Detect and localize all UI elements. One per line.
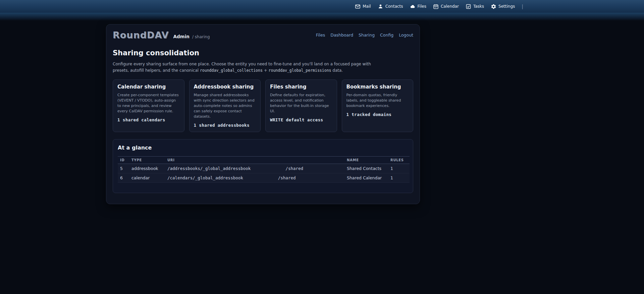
card-stat: 1 shared addressbooks [194, 123, 256, 128]
card-title: Bookmarks sharing [346, 84, 409, 90]
content-container: RoundDAV Admin / sharing Files Dashboard… [0, 24, 526, 204]
column-header-name: NAME [347, 157, 390, 164]
glance-title: At a glance [118, 144, 408, 151]
breadcrumb-user: Admin [173, 34, 189, 39]
topbar-item-label: Files [418, 4, 426, 9]
at-a-glance-panel: At a glance ID TYPE URI NAME RULES [113, 139, 413, 193]
card-body: Create per-component templates (VEVENT /… [117, 93, 180, 114]
cell-rules: 1 [390, 164, 410, 173]
app-logo: RoundDAV [113, 30, 169, 40]
topbar-item-calendar[interactable]: Calendar [433, 4, 459, 9]
cell-id: 6 [118, 173, 131, 183]
topbar-item-label: Calendar [441, 4, 459, 9]
column-header-id: ID [118, 157, 131, 164]
uri-shared-suffix: /shared [285, 166, 303, 171]
tasks-icon [466, 4, 471, 9]
main-card: RoundDAV Admin / sharing Files Dashboard… [106, 24, 420, 204]
card-body: Manage shared addressbooks with sync dir… [194, 93, 256, 119]
files-icon [410, 4, 416, 9]
header-gradient-strip [0, 13, 644, 21]
card-title: Calendar sharing [117, 84, 180, 90]
cell-name: Shared Contacts [347, 164, 390, 173]
nav-link-files[interactable]: Files [316, 33, 325, 38]
breadcrumb-page: / sharing [192, 35, 210, 39]
card-body: Define defaults for expiration, access l… [270, 93, 332, 114]
card-bookmarks-sharing[interactable]: Bookmarks sharing Per-domain quotas, fri… [342, 79, 414, 132]
cell-uri: /calendars/_global_addressbook/shared [167, 173, 347, 183]
cell-rules: 1 [390, 173, 410, 183]
topbar-item-files[interactable]: Files [410, 4, 426, 9]
intro-code-permissions: rounddav_global_permissions [269, 68, 331, 73]
page-root: Mail Contacts Files Calendar [0, 0, 644, 204]
intro-text: Configure every sharing surface from one… [113, 61, 387, 74]
card-stat: 1 shared calendars [117, 117, 180, 122]
sharing-cards-row: Calendar sharing Create per-component te… [113, 79, 413, 132]
topbar-item-settings[interactable]: Settings [491, 4, 515, 9]
topbar-item-label: Settings [498, 4, 515, 9]
brand: RoundDAV Admin / sharing [113, 30, 210, 40]
calendar-icon [433, 4, 439, 9]
card-files-sharing[interactable]: Files sharing Define defaults for expira… [265, 79, 337, 132]
nav-link-dashboard[interactable]: Dashboard [330, 33, 353, 38]
column-header-uri: URI [167, 157, 347, 164]
cell-name: Shared Calendar [347, 173, 390, 183]
card-header: RoundDAV Admin / sharing Files Dashboard… [113, 30, 413, 40]
settings-icon [491, 4, 496, 9]
table-row: 5 addressbook /addressbooks/_global_addr… [118, 164, 410, 173]
glance-table: ID TYPE URI NAME RULES 5 addressbook /ad… [118, 156, 410, 183]
uri-shared-suffix: /shared [278, 175, 296, 180]
table-row: 6 calendar /calendars/_global_addressboo… [118, 173, 410, 183]
cell-type: addressbook [131, 164, 167, 173]
topbar-item-label: Mail [363, 4, 371, 9]
card-addressbook-sharing[interactable]: Addressbook sharing Manage shared addres… [189, 79, 261, 132]
topbar: Mail Contacts Files Calendar [0, 0, 644, 13]
nav-link-sharing[interactable]: Sharing [359, 33, 375, 38]
topbar-item-mail[interactable]: Mail [355, 4, 371, 9]
column-header-rules: RULES [390, 157, 410, 164]
topbar-inner: Mail Contacts Files Calendar [0, 0, 526, 13]
card-stat: WRITE default access [270, 117, 332, 122]
topbar-divider: | [522, 4, 523, 9]
page-title: Sharing consolidation [113, 49, 413, 57]
cell-uri: /addressbooks/_global_addressbook/shared [167, 164, 347, 173]
card-title: Addressbook sharing [194, 84, 256, 90]
header-nav: Files Dashboard Sharing Config Logout [316, 33, 413, 38]
nav-link-config[interactable]: Config [380, 33, 393, 38]
intro-join: + [263, 68, 269, 73]
breadcrumb: Admin / sharing [173, 33, 210, 40]
topbar-item-contacts[interactable]: Contacts [378, 4, 403, 9]
cell-type: calendar [131, 173, 167, 183]
card-stat: 1 tracked domains [346, 112, 409, 117]
uri-path: /addressbooks/_global_addressbook [167, 166, 251, 171]
nav-link-logout[interactable]: Logout [399, 33, 413, 38]
topbar-item-label: Tasks [473, 4, 484, 9]
intro-code-collections: rounddav_global_collections [200, 68, 263, 73]
card-title: Files sharing [270, 84, 332, 90]
table-header-row: ID TYPE URI NAME RULES [118, 157, 410, 164]
intro-suffix: data. [331, 68, 343, 73]
contacts-icon [378, 4, 383, 9]
card-body: Per-domain quotas, friendly labels, and … [346, 93, 409, 109]
topbar-item-tasks[interactable]: Tasks [466, 4, 484, 9]
column-header-type: TYPE [131, 157, 167, 164]
uri-path: /calendars/_global_addressbook [167, 175, 243, 180]
cell-id: 5 [118, 164, 131, 173]
card-calendar-sharing[interactable]: Calendar sharing Create per-component te… [113, 79, 184, 132]
mail-icon [355, 4, 361, 9]
topbar-item-label: Contacts [385, 4, 403, 9]
